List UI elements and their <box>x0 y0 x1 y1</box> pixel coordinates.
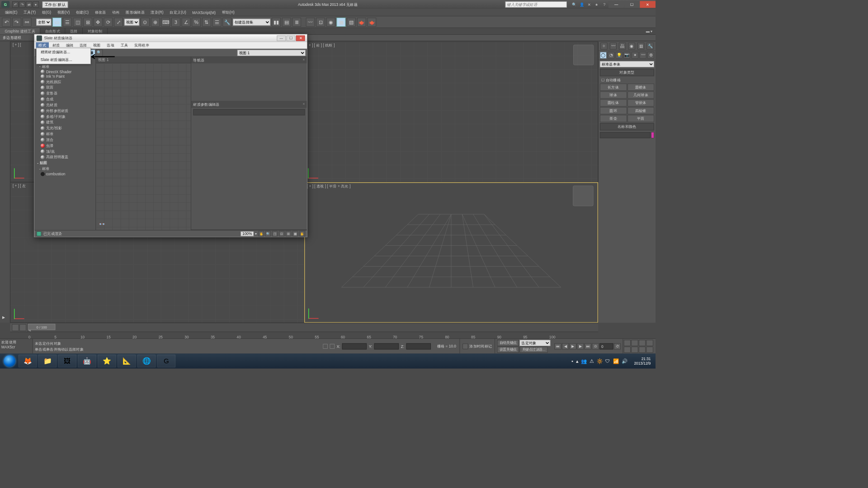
tree-group-standard[interactable]: - 标准 <box>34 63 95 69</box>
tray-icon[interactable]: ⚠ <box>590 358 594 364</box>
navigator-panel[interactable] <box>191 63 307 101</box>
zoom-extents-sel-icon[interactable]: ⊞ <box>286 231 291 236</box>
tray-icon[interactable]: 🛡 <box>605 358 610 364</box>
workspace-dropdown[interactable]: 工作台: 默认 <box>42 1 68 8</box>
tray-icon[interactable]: ▪ <box>571 358 573 364</box>
btn-pyramid[interactable]: 四棱锥 <box>627 107 654 114</box>
zoom-icon[interactable] <box>624 340 631 346</box>
autokey-button[interactable]: 自动关键点 <box>497 340 519 346</box>
tree-item[interactable]: 顶/底 <box>34 149 95 155</box>
menu-animation[interactable]: 动画 <box>109 9 123 15</box>
search-icon[interactable]: 🔍 <box>571 2 577 7</box>
maxscript-listener[interactable]: 欢迎使用MAXScr <box>0 339 33 353</box>
rollout-object-type[interactable]: 对象类型 <box>600 69 654 76</box>
named-selection-dropdown[interactable]: 创建选择集 <box>233 19 270 25</box>
tray-icon[interactable]: ▴ <box>576 358 578 364</box>
app-logo-icon[interactable]: G <box>1 1 9 8</box>
autogrid-checkbox[interactable]: ☐ 自动栅格 <box>599 77 656 83</box>
tree-item[interactable]: combustion <box>34 172 95 177</box>
viewport-front[interactable]: [ + ] [ 前 ] [ 线框 ] <box>304 42 598 182</box>
ribbon-collapse-icon[interactable]: ▬ ▾ <box>646 29 653 33</box>
layer-manager-icon[interactable]: ≣ <box>292 18 301 27</box>
align-icon[interactable]: ▤ <box>282 18 291 27</box>
rendered-frame-icon[interactable]: ▧ <box>347 18 356 27</box>
window-crossing-icon[interactable]: ⊞ <box>83 18 92 27</box>
btn-box[interactable]: 长方体 <box>600 84 627 91</box>
btn-torus[interactable]: 圆环 <box>600 107 627 114</box>
track-bar[interactable]: 0510 152025 303540 455055 606570 758085 … <box>10 332 598 338</box>
keyfilter-dropdown[interactable]: 选定对象 <box>519 340 550 346</box>
keyboard-shortcut-icon[interactable]: ⌨ <box>161 18 170 27</box>
cmd-motion-icon[interactable]: ◉ <box>628 42 635 49</box>
tree-item[interactable]: 混合 <box>34 137 95 143</box>
manipulate-icon[interactable]: ⊕ <box>151 18 160 27</box>
help-search-input[interactable] <box>505 1 567 8</box>
render-setup-icon[interactable]: ▦ <box>337 18 346 27</box>
taskbar-item[interactable]: 📁 <box>38 355 57 368</box>
selection-filter-dropdown[interactable]: 全部 <box>36 19 51 25</box>
cat-cameras-icon[interactable]: 📷 <box>623 52 630 59</box>
qat-dropdown-icon[interactable]: ▾ <box>33 1 39 8</box>
ribbon-tab-freeform[interactable]: 自由形式 <box>40 28 65 34</box>
mirror-icon[interactable]: ▮▮ <box>272 18 281 27</box>
exchange-icon[interactable]: ✕ <box>586 2 592 7</box>
expand-arrow-icon[interactable]: ▶ <box>2 315 5 319</box>
slate-view-dropdown[interactable]: 视图 1 <box>237 50 306 56</box>
timeconfig-icon[interactable] <box>12 324 19 331</box>
tree-item[interactable]: 合成 <box>34 96 95 102</box>
geometry-type-dropdown[interactable]: 标准基本体 <box>600 61 654 67</box>
pan-tool-icon[interactable]: ✋ <box>299 231 305 236</box>
spinner-snap-icon[interactable]: ⇅ <box>202 18 211 27</box>
material-editor-icon[interactable]: ◉ <box>326 18 335 27</box>
btn-cone[interactable]: 圆锥体 <box>627 84 654 91</box>
param-name-input[interactable] <box>193 109 305 116</box>
slate-menu-utilities[interactable]: 实用程序 <box>132 42 152 48</box>
menu-slate-editor[interactable]: Slate 材质编辑器... <box>37 56 90 64</box>
render-prod-icon[interactable]: 🫖 <box>368 18 377 27</box>
menu-maxscript[interactable]: MAXScript(M) <box>189 10 218 15</box>
btn-tube[interactable]: 管状体 <box>627 99 654 107</box>
slate-menu-select[interactable]: 选择 <box>77 42 90 48</box>
slate-canvas[interactable]: 👓 <box>96 63 191 230</box>
zoom-extents-all-icon[interactable] <box>646 340 653 346</box>
viewport-perspective[interactable]: [ + ] [ 透视 ] [ 平滑 + 高光 ] <box>304 182 598 323</box>
slate-close-button[interactable]: ✕ <box>296 35 305 41</box>
zoom-all-icon[interactable] <box>631 340 638 346</box>
transform-center-icon[interactable] <box>330 344 335 349</box>
taskbar-item[interactable]: 🖼 <box>58 355 76 368</box>
undo-icon[interactable]: ↶ <box>2 18 11 27</box>
select-rotate-icon[interactable]: ⟳ <box>104 18 113 27</box>
tree-item[interactable]: 无光/投影 <box>34 125 95 131</box>
pan-icon[interactable] <box>631 347 638 353</box>
play-icon[interactable]: ▶ <box>570 343 576 349</box>
redo-icon[interactable]: ↷ <box>12 18 21 27</box>
time-slider-track[interactable]: ◀ 0 / 100 <box>28 323 598 332</box>
next-frame-icon[interactable]: ▶ <box>577 343 584 349</box>
viewcube-icon[interactable] <box>573 186 593 206</box>
curve-editor-icon[interactable]: 〰 <box>306 18 315 27</box>
tray-network-icon[interactable]: 📶 <box>613 358 619 364</box>
refcoord-dropdown[interactable]: 视图 <box>124 19 139 25</box>
zoom-extents-icon[interactable] <box>639 340 646 346</box>
zoom-region-icon[interactable]: ◫ <box>272 231 278 236</box>
slate-menu-material[interactable]: 材质 <box>50 42 63 48</box>
time-slider-thumb[interactable]: 0 / 100 <box>28 324 55 330</box>
tree-item[interactable]: Ink 'n Paint <box>34 74 95 79</box>
system-tray[interactable]: ▪ ▴ 👥 ⚠ 🔆 🛡 📶 🔊 <box>569 358 630 364</box>
timetag-icon[interactable] <box>462 343 468 349</box>
select-scale-icon[interactable]: ⤢ <box>114 18 123 27</box>
ribbon-tab-paint[interactable]: 对象绘制 <box>83 28 108 34</box>
select-object-icon[interactable]: ▭ <box>52 18 61 27</box>
schematic-view-icon[interactable]: ⊡ <box>316 18 325 27</box>
btn-geosphere[interactable]: 几何球体 <box>627 91 654 99</box>
tree-item[interactable]: 建筑 <box>34 119 95 125</box>
cat-systems-icon[interactable]: ⚙ <box>647 52 654 59</box>
window-minimize-button[interactable]: — <box>609 1 624 8</box>
menu-compact-editor[interactable]: 精简材质编辑器... <box>37 48 90 56</box>
setkey-button[interactable]: 设置关键点 <box>497 347 519 353</box>
lock-selection-icon[interactable] <box>323 344 328 349</box>
cat-spacewarps-icon[interactable]: 〰 <box>640 52 646 59</box>
taskbar-item[interactable]: 📐 <box>118 355 136 368</box>
binoculars-icon[interactable]: 👓 <box>99 221 105 227</box>
coord-y-input[interactable] <box>374 343 399 349</box>
